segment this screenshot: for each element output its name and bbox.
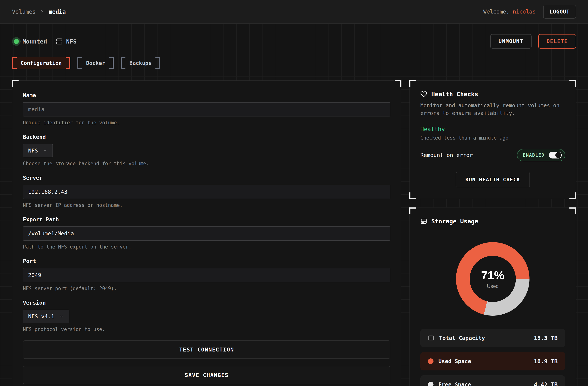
storage-usage-title-row: Storage Usage: [420, 218, 565, 225]
storage-used-percent: 71%: [481, 269, 504, 282]
unmount-button[interactable]: UNMOUNT: [490, 34, 532, 49]
panel-corner-bracket: [395, 80, 401, 87]
version-label: Version: [23, 300, 390, 306]
side-column: Health Checks Monitor and automatically …: [410, 81, 576, 386]
export-path-label: Export Path: [23, 216, 390, 223]
free-space-label: Free Space: [438, 381, 471, 386]
breadcrumb: Volumes media: [12, 8, 66, 15]
test-connection-button[interactable]: TEST CONNECTION: [23, 341, 390, 359]
version-select[interactable]: NFS v4.1: [23, 310, 69, 323]
used-space-dot: [428, 358, 434, 364]
port-help: NFS server port (default: 2049).: [23, 286, 390, 291]
total-capacity-row: Total Capacity 15.3 TB: [420, 329, 565, 347]
heart-icon: [420, 91, 427, 98]
name-label: Name: [23, 92, 390, 98]
server-input[interactable]: [23, 185, 390, 199]
name-help: Unique identifier for the volume.: [23, 120, 390, 126]
health-checks-title-row: Health Checks: [420, 91, 565, 98]
save-changes-button[interactable]: SAVE CHANGES: [23, 366, 390, 384]
server-stack-icon: [56, 38, 63, 45]
used-space-row: Used Space 10.9 TB: [420, 352, 565, 370]
remount-toggle-state: ENABLED: [523, 152, 545, 158]
storage-donut-center: 71% Used: [470, 256, 516, 302]
storage-usage-panel: Storage Usage 71% Used Total Capacity 15…: [410, 208, 576, 386]
export-path-input[interactable]: [23, 226, 390, 241]
chevron-right-icon: [40, 9, 45, 14]
health-last-checked: Checked less than a minute ago: [420, 135, 565, 141]
breadcrumb-volumes-link[interactable]: Volumes: [12, 8, 36, 15]
delete-button[interactable]: DELETE: [538, 34, 576, 49]
health-status-text: Healthy: [420, 126, 565, 132]
free-space-row: Free Space 4.42 TB: [420, 375, 565, 386]
server-help: NFS server IP address or hostname.: [23, 202, 390, 208]
panel-corner-bracket: [409, 193, 416, 199]
mount-status: Mounted: [12, 38, 47, 45]
storage-used-sublabel: Used: [487, 283, 499, 289]
panel-corner-bracket: [409, 80, 416, 87]
panel-corner-bracket: [569, 80, 576, 87]
total-capacity-value: 15.3 TB: [534, 335, 558, 341]
chevron-down-icon: [42, 148, 48, 153]
logout-button[interactable]: LOGOUT: [543, 5, 576, 19]
tab-bar: Configuration Docker Backups: [12, 57, 576, 69]
backend-badge-label: NFS: [66, 38, 77, 45]
server-label: Server: [23, 175, 390, 181]
mounted-status-dot: [14, 39, 19, 44]
chevron-down-icon: [59, 314, 64, 319]
remount-on-error-row: Remount on error ENABLED: [420, 149, 565, 161]
tab-docker[interactable]: Docker: [77, 57, 114, 69]
status-row: Mounted NFS UNMOUNT DELETE: [12, 34, 576, 49]
volume-actions: UNMOUNT DELETE: [490, 34, 576, 49]
breadcrumb-current: media: [49, 8, 66, 15]
health-checks-panel: Health Checks Monitor and automatically …: [410, 81, 576, 199]
total-capacity-label: Total Capacity: [439, 335, 485, 341]
health-checks-description: Monitor and automatically remount volume…: [420, 102, 565, 117]
remount-on-error-label: Remount on error: [420, 152, 473, 158]
run-health-check-wrap: RUN HEALTH CHECK: [420, 172, 565, 187]
hard-drive-icon: [420, 218, 427, 225]
backend-select[interactable]: NFS: [23, 144, 53, 157]
used-space-value: 10.9 TB: [534, 358, 558, 365]
panel-corner-bracket: [12, 80, 19, 87]
version-help: NFS protocol version to use.: [23, 326, 390, 332]
export-path-help: Path to the NFS export on the server.: [23, 244, 390, 250]
backend-help: Choose the storage backend for this volu…: [23, 161, 390, 166]
welcome-prefix: Welcome,: [483, 8, 513, 15]
username: nicolas: [513, 8, 536, 15]
storage-usage-title: Storage Usage: [431, 218, 478, 225]
page-content: Mounted NFS UNMOUNT DELETE Configuration…: [0, 24, 588, 386]
panel-corner-bracket: [409, 207, 416, 214]
configuration-panel: Name Unique identifier for the volume. B…: [12, 81, 401, 386]
run-health-check-button[interactable]: RUN HEALTH CHECK: [456, 172, 530, 187]
remount-toggle[interactable]: ENABLED: [517, 149, 565, 161]
welcome-text: Welcome, nicolas: [483, 8, 536, 15]
backend-select-value: NFS: [28, 148, 38, 154]
used-space-label: Used Space: [438, 358, 471, 365]
backend-badge: NFS: [56, 38, 77, 45]
panel-corner-bracket: [569, 207, 576, 214]
free-space-dot: [428, 382, 434, 386]
tab-backups[interactable]: Backups: [121, 57, 160, 69]
tab-configuration[interactable]: Configuration: [12, 57, 70, 69]
storage-donut-chart: 71% Used: [456, 242, 529, 316]
panel-corner-bracket: [569, 193, 576, 199]
name-input[interactable]: [23, 102, 390, 116]
hard-drive-icon: [428, 335, 434, 341]
toggle-switch-icon: [549, 152, 562, 158]
free-space-value: 4.42 TB: [534, 381, 558, 386]
topbar-right: Welcome, nicolas LOGOUT: [483, 5, 576, 19]
status-indicators: Mounted NFS: [12, 38, 77, 45]
backend-label: Backend: [23, 134, 390, 140]
main-area: Name Unique identifier for the volume. B…: [12, 81, 576, 386]
health-checks-title: Health Checks: [431, 91, 478, 98]
port-input[interactable]: [23, 268, 390, 282]
top-bar: Volumes media Welcome, nicolas LOGOUT: [0, 0, 588, 24]
version-select-value: NFS v4.1: [28, 313, 54, 320]
mount-status-label: Mounted: [22, 38, 47, 45]
toggle-knob: [555, 152, 561, 158]
port-label: Port: [23, 258, 390, 264]
